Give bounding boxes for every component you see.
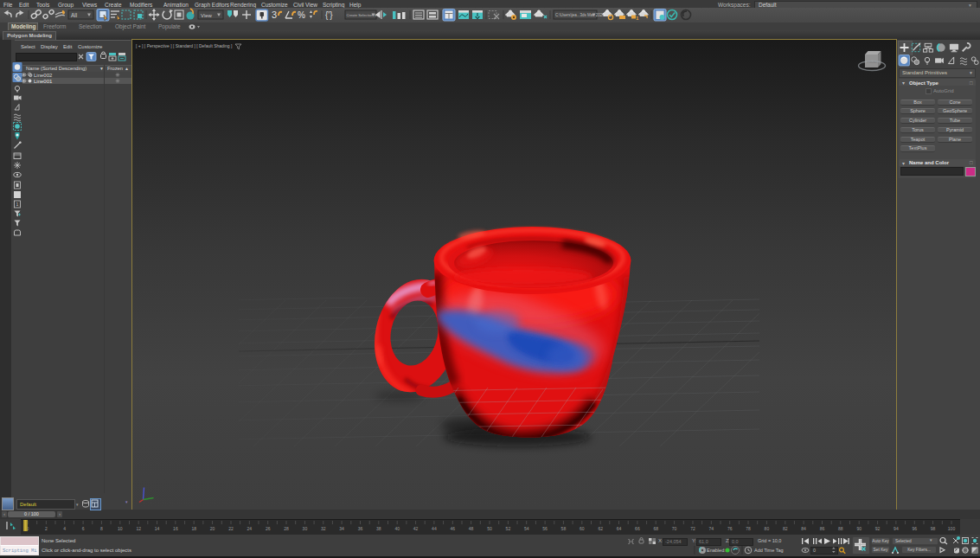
svg-text:{'}: {'} bbox=[325, 10, 333, 20]
svg-text:30: 30 bbox=[303, 526, 308, 531]
svg-text:58: 58 bbox=[561, 526, 567, 531]
svg-text:84: 84 bbox=[801, 526, 806, 531]
svg-text:38: 38 bbox=[376, 526, 381, 531]
svg-text:3: 3 bbox=[272, 10, 277, 20]
svg-text:74: 74 bbox=[709, 526, 714, 531]
svg-text:28: 28 bbox=[284, 526, 289, 531]
svg-text:62: 62 bbox=[598, 526, 603, 531]
svg-text:40: 40 bbox=[394, 526, 400, 531]
svg-text:All: All bbox=[71, 12, 78, 18]
svg-text:88: 88 bbox=[838, 526, 843, 531]
svg-text:24: 24 bbox=[247, 526, 253, 531]
svg-text:56: 56 bbox=[542, 526, 548, 531]
svg-text:12: 12 bbox=[136, 526, 141, 531]
svg-text:8: 8 bbox=[100, 526, 103, 531]
svg-text:26: 26 bbox=[266, 526, 271, 531]
svg-text:86: 86 bbox=[820, 526, 825, 531]
svg-text:54: 54 bbox=[524, 526, 529, 531]
svg-text:60: 60 bbox=[580, 526, 585, 531]
svg-text:82: 82 bbox=[783, 526, 788, 531]
svg-text:42: 42 bbox=[413, 526, 419, 531]
svg-text:76: 76 bbox=[727, 526, 733, 531]
svg-text:C:\Users\jea...3ds Max 2023: C:\Users\jea...3ds Max 2023 bbox=[555, 13, 605, 17]
svg-text:64: 64 bbox=[617, 526, 622, 531]
svg-text:48: 48 bbox=[469, 526, 474, 531]
svg-text:14: 14 bbox=[155, 526, 160, 531]
svg-text:46: 46 bbox=[451, 526, 456, 531]
svg-text:96: 96 bbox=[913, 526, 918, 531]
svg-text:6: 6 bbox=[82, 526, 85, 531]
svg-text:1: 1 bbox=[636, 16, 639, 21]
svg-text:78: 78 bbox=[746, 526, 751, 531]
svg-text:View: View bbox=[201, 13, 213, 18]
svg-text:66: 66 bbox=[635, 526, 640, 531]
svg-text:22: 22 bbox=[228, 526, 234, 531]
svg-text:2: 2 bbox=[45, 526, 48, 531]
svg-text:16: 16 bbox=[173, 526, 178, 531]
svg-text:20: 20 bbox=[210, 526, 215, 531]
svg-text:1: 1 bbox=[16, 202, 19, 207]
svg-text:50: 50 bbox=[487, 526, 492, 531]
svg-text:34: 34 bbox=[339, 526, 344, 531]
svg-text:92: 92 bbox=[875, 526, 881, 531]
svg-text:32: 32 bbox=[321, 526, 326, 531]
svg-text:94: 94 bbox=[894, 526, 899, 531]
svg-text:90: 90 bbox=[856, 526, 862, 531]
svg-text:80: 80 bbox=[765, 526, 770, 531]
svg-text:68: 68 bbox=[653, 526, 658, 531]
svg-text:100: 100 bbox=[948, 526, 956, 531]
svg-text:4: 4 bbox=[63, 526, 66, 531]
svg-text:52: 52 bbox=[506, 526, 511, 531]
svg-text:10: 10 bbox=[118, 526, 123, 531]
svg-text:36: 36 bbox=[358, 526, 363, 531]
svg-text:18: 18 bbox=[191, 526, 196, 531]
svg-text:Create Selection Se: Create Selection Se bbox=[347, 13, 380, 17]
svg-text:70: 70 bbox=[672, 526, 677, 531]
svg-text:%: % bbox=[298, 10, 305, 20]
svg-text:98: 98 bbox=[931, 526, 936, 531]
svg-text:44: 44 bbox=[432, 526, 437, 531]
svg-text:72: 72 bbox=[690, 526, 695, 531]
